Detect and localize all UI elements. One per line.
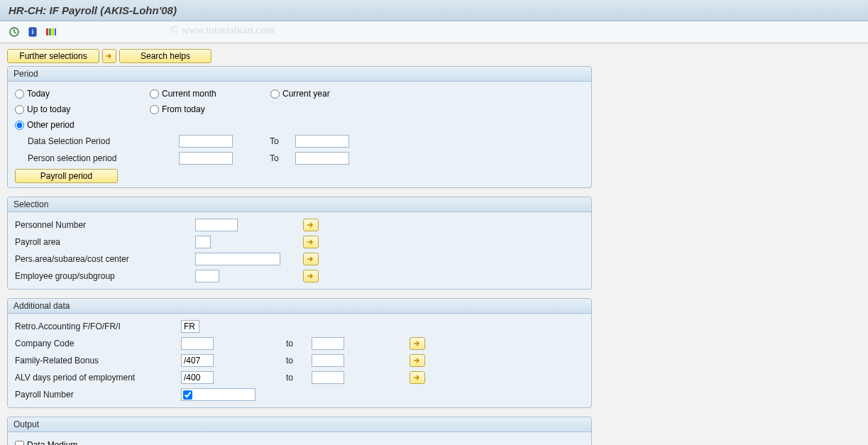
svg-rect-7 bbox=[52, 28, 54, 35]
content-area: Further selections Search helps Period T… bbox=[0, 43, 868, 445]
selection-group-title: Selection bbox=[8, 197, 591, 212]
person-selection-period-label: Person selection period bbox=[15, 153, 175, 163]
alv-multi-button[interactable] bbox=[410, 371, 425, 384]
watermark-text: © www.tutorialkart.com bbox=[170, 24, 275, 36]
radio-from-today[interactable]: From today bbox=[150, 104, 270, 114]
radio-other-period-label: Other period bbox=[27, 120, 75, 130]
search-helps-button[interactable]: Search helps bbox=[119, 49, 211, 63]
svg-line-2 bbox=[14, 32, 16, 33]
radio-up-to-today-label: Up to today bbox=[27, 104, 70, 114]
radio-current-year[interactable]: Current year bbox=[270, 89, 330, 99]
company-code-label: Company Code bbox=[15, 339, 177, 348]
personnel-number-input[interactable] bbox=[195, 219, 238, 231]
family-bonus-label: Family-Related Bonus bbox=[15, 356, 177, 366]
svg-rect-5 bbox=[46, 28, 48, 35]
data-selection-to-input[interactable] bbox=[295, 135, 349, 148]
data-selection-period-label: Data Selection Period bbox=[15, 136, 175, 146]
svg-text:i: i bbox=[32, 28, 34, 35]
additional-data-title: Additional data bbox=[8, 299, 591, 314]
execute-icon[interactable] bbox=[7, 26, 21, 38]
radio-today-label: Today bbox=[27, 89, 50, 99]
person-selection-to-input[interactable] bbox=[295, 152, 349, 165]
radio-other-period[interactable]: Other period bbox=[15, 120, 150, 130]
radio-current-month-label: Current month bbox=[162, 89, 216, 99]
search-helps-arrow-icon[interactable] bbox=[102, 49, 116, 63]
emp-group-label: Employee group/subgroup bbox=[15, 271, 191, 281]
data-selection-from-input[interactable] bbox=[179, 135, 233, 148]
alv-to-label: to bbox=[286, 373, 307, 383]
period-group-title: Period bbox=[8, 67, 591, 82]
variant-icon[interactable] bbox=[44, 26, 58, 38]
further-selections-button[interactable]: Further selections bbox=[7, 49, 99, 63]
family-bonus-multi-button[interactable] bbox=[410, 354, 425, 367]
pers-area-label: Pers.area/subarea/cost center bbox=[15, 254, 191, 264]
alv-to-input[interactable] bbox=[312, 371, 344, 384]
person-selection-from-input[interactable] bbox=[179, 152, 233, 165]
payroll-area-multi-button[interactable] bbox=[303, 236, 319, 248]
payroll-number-input[interactable] bbox=[192, 390, 253, 400]
radio-up-to-today[interactable]: Up to today bbox=[15, 104, 150, 114]
selection-group: Selection Personnel Number Payroll area … bbox=[7, 197, 592, 290]
family-bonus-to-label: to bbox=[286, 356, 307, 366]
radio-from-today-label: From today bbox=[162, 104, 205, 114]
data-medium-checkbox[interactable] bbox=[15, 441, 24, 446]
company-code-from-input[interactable] bbox=[181, 337, 214, 350]
company-code-to-label: to bbox=[286, 339, 307, 348]
svg-rect-8 bbox=[55, 28, 56, 35]
svg-rect-6 bbox=[49, 28, 51, 35]
payroll-number-field[interactable] bbox=[181, 388, 256, 401]
radio-today[interactable]: Today bbox=[15, 89, 150, 99]
retro-accounting-input[interactable] bbox=[181, 320, 199, 333]
family-bonus-to-input[interactable] bbox=[312, 354, 344, 367]
company-code-to-input[interactable] bbox=[312, 337, 344, 350]
company-code-multi-button[interactable] bbox=[410, 337, 425, 350]
family-bonus-from-input[interactable] bbox=[181, 354, 214, 367]
alv-from-input[interactable] bbox=[181, 371, 214, 384]
personnel-number-label: Personnel Number bbox=[15, 220, 191, 230]
personnel-number-multi-button[interactable] bbox=[303, 219, 319, 231]
pers-area-multi-button[interactable] bbox=[303, 253, 319, 265]
output-group-title: Output bbox=[8, 417, 591, 432]
output-group: Output Data Medium bbox=[7, 417, 592, 445]
period-group: Period Today Current month Current year … bbox=[7, 66, 592, 188]
to-label-2: To bbox=[270, 153, 291, 163]
pers-area-input[interactable] bbox=[195, 253, 280, 265]
data-medium-checkbox-row[interactable]: Data Medium bbox=[15, 440, 77, 445]
app-toolbar: i © www.tutorialkart.com bbox=[0, 21, 868, 43]
data-medium-label: Data Medium bbox=[27, 440, 77, 445]
emp-group-input[interactable] bbox=[195, 270, 219, 282]
to-label-1: To bbox=[270, 136, 291, 146]
payroll-area-label: Payroll area bbox=[15, 237, 191, 247]
payroll-number-checkbox[interactable] bbox=[183, 390, 192, 400]
alv-days-label: ALV days period of employment bbox=[15, 373, 177, 383]
info-icon[interactable]: i bbox=[26, 26, 40, 38]
radio-current-month[interactable]: Current month bbox=[150, 89, 270, 99]
payroll-number-label: Payroll Number bbox=[15, 390, 177, 400]
radio-current-year-label: Current year bbox=[282, 89, 330, 99]
emp-group-multi-button[interactable] bbox=[303, 270, 319, 282]
additional-data-group: Additional data Retro.Accounting F/FO/FR… bbox=[7, 298, 592, 408]
retro-accounting-label: Retro.Accounting F/FO/FR/I bbox=[15, 322, 177, 331]
payroll-period-button[interactable]: Payroll period bbox=[15, 169, 118, 183]
page-title: HR-CH: IF Payroll (AKIS-Lohn'08) bbox=[0, 0, 868, 21]
payroll-area-input[interactable] bbox=[195, 236, 211, 248]
